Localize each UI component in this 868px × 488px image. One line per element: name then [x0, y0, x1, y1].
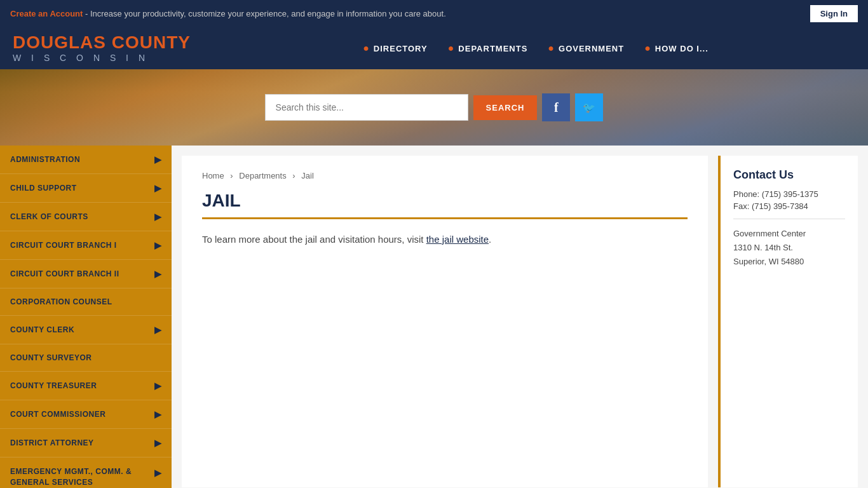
hero-section: SEARCH f 🐦	[0, 69, 868, 146]
contact-sidebar: Contact Us Phone: (715) 395-1375 Fax: (7…	[718, 156, 858, 487]
nav-departments-label: DEPARTMENTS	[458, 44, 527, 53]
sidebar-label-circuit-court-branch-i: CIRCUIT COURT BRANCH I	[10, 241, 117, 250]
arrow-icon-clerk-of-courts: ▶	[154, 212, 162, 222]
sidebar-item-county-treasurer[interactable]: COUNTY TREASURER ▶	[0, 372, 172, 400]
contact-address: Government Center 1310 N. 14th St. Super…	[733, 227, 845, 269]
sidebar-item-administration[interactable]: ADMINISTRATION ▶	[0, 146, 172, 174]
arrow-icon-administration: ▶	[154, 154, 162, 165]
page-body: To learn more about the jail and visitat…	[202, 232, 688, 247]
sidebar-label-child-support: CHILD SUPPORT	[10, 184, 77, 193]
sidebar-item-circuit-court-branch-i[interactable]: CIRCUIT COURT BRANCH I ▶	[0, 231, 172, 260]
address-line-3: Superior, WI 54880	[733, 255, 845, 269]
logo-area: DOUGLAS COUNTY W I S C O N S I N	[13, 34, 191, 63]
sign-in-button[interactable]: Sign In	[810, 5, 858, 22]
nav-dot-government: ●	[548, 43, 555, 54]
page-title: JAIL	[202, 191, 688, 219]
main-layout: ADMINISTRATION ▶ CHILD SUPPORT ▶ CLERK O…	[0, 146, 868, 488]
main-nav: ● DIRECTORY ● DEPARTMENTS ● GOVERNMENT ●…	[216, 43, 855, 54]
sidebar-label-court-commissioner: COURT COMMISSIONER	[10, 410, 105, 419]
nav-how-do-i[interactable]: ● HOW DO I...	[644, 43, 709, 54]
arrow-icon-court-commissioner: ▶	[154, 409, 162, 419]
sidebar-item-district-attorney[interactable]: DISTRICT ATTORNEY ▶	[0, 429, 172, 458]
phone-label: Phone:	[733, 189, 759, 199]
top-bar-message: Create an Account - Increase your produc…	[10, 9, 446, 18]
jail-website-link[interactable]: the jail website	[426, 234, 489, 245]
sidebar-label-clerk-of-courts: CLERK OF COURTS	[10, 212, 88, 221]
nav-how-do-i-label: HOW DO I...	[655, 44, 709, 53]
nav-government-label: GOVERNMENT	[559, 44, 624, 53]
sidebar-item-clerk-of-courts[interactable]: CLERK OF COURTS ▶	[0, 203, 172, 231]
breadcrumb-departments[interactable]: Departments	[239, 171, 286, 180]
arrow-icon-county-clerk: ▶	[154, 325, 162, 335]
body-end: .	[489, 234, 491, 245]
sidebar-item-corporation-counsel[interactable]: CORPORATION COUNSEL	[0, 288, 172, 316]
main-content: Home › Departments › Jail JAIL To learn …	[182, 156, 708, 487]
contact-phone: Phone: (715) 395-1375	[733, 189, 845, 199]
search-input[interactable]	[265, 94, 468, 121]
arrow-icon-district-attorney: ▶	[154, 438, 162, 448]
facebook-icon: f	[554, 100, 559, 115]
body-text: To learn more about the jail and visitat…	[202, 234, 426, 245]
logo-subtitle: W I S C O N S I N	[13, 53, 191, 63]
arrow-icon-circuit-court-branch-ii: ▶	[154, 269, 162, 279]
address-line-2: 1310 N. 14th St.	[733, 241, 845, 255]
breadcrumb-current: Jail	[301, 171, 314, 180]
twitter-button[interactable]: 🐦	[575, 93, 603, 121]
fax-value: (715) 395-7384	[752, 201, 808, 211]
create-account-link[interactable]: Create an Account	[10, 9, 83, 18]
twitter-icon: 🐦	[583, 102, 595, 114]
sidebar-label-corporation-counsel: CORPORATION COUNSEL	[10, 297, 112, 306]
arrow-icon-emergency-mgmt: ▶	[154, 468, 162, 478]
sidebar-item-county-surveyor[interactable]: COUNTY SURVEYOR	[0, 344, 172, 372]
sidebar-item-county-clerk[interactable]: COUNTY CLERK ▶	[0, 316, 172, 344]
sidebar-item-circuit-court-branch-ii[interactable]: CIRCUIT COURT BRANCH II ▶	[0, 260, 172, 288]
breadcrumb-sep-2: ›	[292, 171, 295, 180]
sidebar-item-emergency-mgmt[interactable]: EMERGENCY MGMT., COMM. & GENERAL SERVICE…	[0, 458, 172, 488]
contact-title: Contact Us	[733, 168, 845, 182]
phone-value: (715) 395-1375	[762, 189, 818, 199]
nav-departments[interactable]: ● DEPARTMENTS	[448, 43, 528, 54]
arrow-icon-county-treasurer: ▶	[154, 381, 162, 391]
contact-fax: Fax: (715) 395-7384	[733, 201, 845, 211]
sidebar-label-district-attorney: DISTRICT ATTORNEY	[10, 438, 94, 447]
nav-directory-label: DIRECTORY	[374, 44, 428, 53]
breadcrumb-sep-1: ›	[230, 171, 233, 180]
search-button[interactable]: SEARCH	[473, 95, 538, 120]
tagline-text: - Increase your productivity, customize …	[83, 9, 445, 18]
sidebar-label-county-surveyor: COUNTY SURVEYOR	[10, 353, 92, 362]
breadcrumb: Home › Departments › Jail	[202, 171, 688, 180]
fax-label: Fax:	[733, 201, 749, 211]
address-line-1: Government Center	[733, 227, 845, 241]
facebook-button[interactable]: f	[542, 93, 570, 121]
nav-dot-departments: ●	[448, 43, 455, 54]
sidebar-label-emergency-mgmt: EMERGENCY MGMT., COMM. & GENERAL SERVICE…	[10, 466, 149, 488]
sidebar-label-county-treasurer: COUNTY TREASURER	[10, 381, 97, 390]
top-bar: Create an Account - Increase your produc…	[0, 0, 868, 27]
nav-government[interactable]: ● GOVERNMENT	[548, 43, 624, 54]
contact-divider	[733, 219, 845, 219]
nav-dot-directory: ●	[363, 43, 370, 54]
header: DOUGLAS COUNTY W I S C O N S I N ● DIREC…	[0, 27, 868, 69]
breadcrumb-home[interactable]: Home	[202, 171, 224, 180]
arrow-icon-child-support: ▶	[154, 183, 162, 193]
sidebar: ADMINISTRATION ▶ CHILD SUPPORT ▶ CLERK O…	[0, 146, 172, 488]
sidebar-label-administration: ADMINISTRATION	[10, 155, 80, 164]
sidebar-label-county-clerk: COUNTY CLERK	[10, 325, 74, 334]
sidebar-item-child-support[interactable]: CHILD SUPPORT ▶	[0, 174, 172, 203]
sidebar-label-circuit-court-branch-ii: CIRCUIT COURT BRANCH II	[10, 269, 119, 278]
nav-dot-how-do-i: ●	[644, 43, 651, 54]
sidebar-item-court-commissioner[interactable]: COURT COMMISSIONER ▶	[0, 400, 172, 429]
arrow-icon-circuit-court-branch-i: ▶	[154, 240, 162, 250]
content-area: Home › Departments › Jail JAIL To learn …	[172, 146, 868, 488]
logo-title: DOUGLAS COUNTY	[13, 34, 191, 51]
nav-directory[interactable]: ● DIRECTORY	[363, 43, 428, 54]
search-area: SEARCH f 🐦	[265, 93, 604, 121]
